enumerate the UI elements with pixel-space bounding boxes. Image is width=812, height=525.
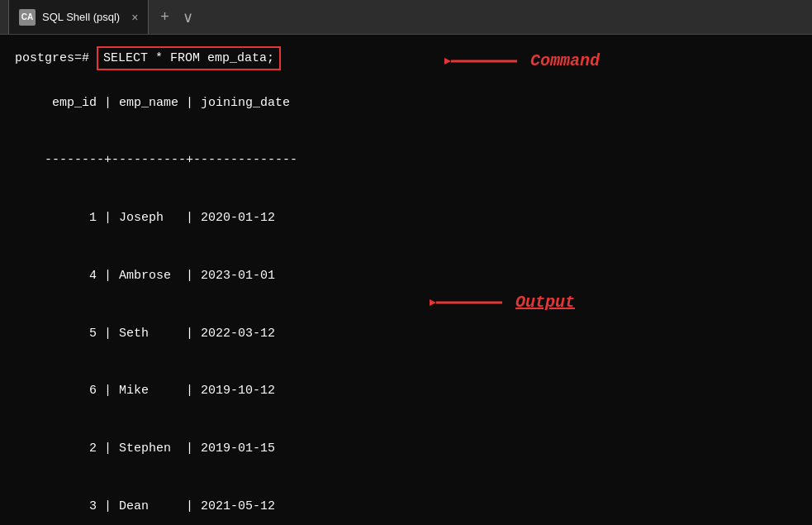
row-1: 1 | Joseph | 2020-01-12 — [45, 211, 275, 225]
command-line: postgres=# SELECT * FROM emp_data; Comma… — [15, 46, 797, 70]
row-5: 2 | Stephen | 2019-01-15 — [45, 441, 275, 456]
command-text: SELECT * FROM emp_data; — [97, 46, 281, 70]
tab-icon: CA — [19, 9, 36, 26]
output-label: Output — [515, 289, 575, 315]
tab-close-button[interactable]: × — [131, 11, 138, 24]
dropdown-button[interactable]: ∨ — [178, 8, 198, 26]
arrow-to-command-icon — [444, 50, 519, 73]
separator-line: --------+----------+-------------- — [45, 153, 297, 167]
header-line: emp_id | emp_name | joining_date — [45, 96, 290, 110]
title-bar-controls: + ∨ — [155, 8, 198, 26]
arrow-to-output-icon — [430, 291, 504, 314]
row-2: 4 | Ambrose | 2023-01-01 — [45, 269, 275, 283]
row-6: 3 | Dean | 2021-05-12 — [45, 499, 275, 513]
terminal-area[interactable]: postgres=# SELECT * FROM emp_data; Comma… — [0, 35, 812, 525]
row-3: 5 | Seth | 2022-03-12 — [45, 327, 275, 341]
tab-title: SQL Shell (psql) — [42, 11, 120, 23]
new-tab-button[interactable]: + — [155, 8, 174, 26]
title-bar: CA SQL Shell (psql) × + ∨ — [0, 0, 812, 35]
active-tab[interactable]: CA SQL Shell (psql) × — [8, 0, 149, 34]
row-4: 6 | Mike | 2019-10-12 — [45, 384, 275, 398]
command-annotation: Command — [444, 48, 600, 74]
command-label: Command — [530, 48, 600, 74]
output-annotation: Output — [430, 289, 575, 315]
output-area: emp_id | emp_name | joining_date -------… — [15, 74, 797, 525]
prompt-prefix: postgres=# — [15, 49, 97, 68]
